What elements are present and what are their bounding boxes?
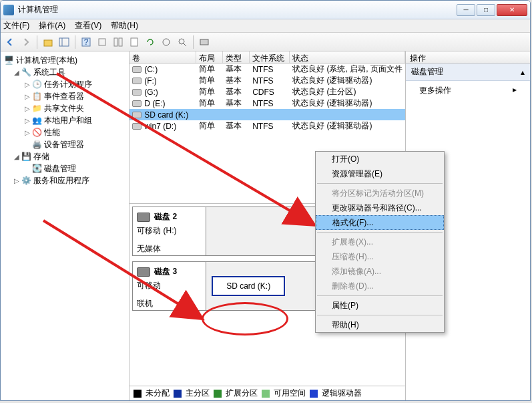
tree-eventvwr[interactable]: ▷📋事件查看器: [2, 90, 127, 102]
ctx-explorer[interactable]: 资源管理器(E): [316, 166, 444, 181]
ctx-change-letter[interactable]: 更改驱动器号和路径(C)...: [316, 200, 444, 215]
col-fs[interactable]: 文件系统: [250, 51, 290, 63]
window-title: 计算机管理: [18, 4, 457, 15]
col-type[interactable]: 类型: [223, 51, 250, 63]
close-button[interactable]: ✕: [497, 4, 527, 16]
svg-line-11: [184, 43, 186, 46]
menu-file[interactable]: 文件(F): [3, 20, 29, 31]
drive-icon: [132, 78, 142, 84]
tree-sharedf[interactable]: ▷📁共享文件夹: [2, 102, 127, 114]
forward-button[interactable]: [19, 35, 33, 49]
menu-view[interactable]: 查看(V): [75, 20, 101, 31]
tree-storage[interactable]: ◢💾存储: [2, 150, 127, 162]
tree-perf[interactable]: ▷🚫性能: [2, 126, 127, 138]
col-status[interactable]: 状态: [290, 51, 405, 63]
drive-icon: [132, 123, 142, 130]
tree-root[interactable]: 🖥️计算机管理(本地): [2, 54, 127, 66]
tree-localusr[interactable]: ▷👥本地用户和组: [2, 114, 127, 126]
svg-rect-0: [44, 40, 52, 46]
tree-tasksched[interactable]: ▷🕒任务计划程序: [2, 78, 127, 90]
toolbar: ?: [1, 33, 530, 51]
svg-rect-6: [114, 38, 117, 46]
back-button[interactable]: [3, 35, 17, 49]
volume-row[interactable]: D (E:)简单基本NTFS状态良好 (逻辑驱动器): [129, 98, 405, 109]
ctx-help[interactable]: 帮助(H): [316, 317, 444, 332]
drive-icon: [132, 89, 142, 96]
properties-icon[interactable]: [127, 35, 141, 49]
volume-row[interactable]: (F:)简单基本NTFS状态良好 (逻辑驱动器): [129, 75, 405, 86]
volume-row-selected[interactable]: SD card (K:): [129, 109, 405, 120]
collapse-icon: ▴: [521, 68, 525, 77]
svg-point-10: [179, 39, 184, 44]
disk-icon: [137, 213, 150, 222]
ctx-properties[interactable]: 属性(P): [316, 298, 444, 313]
maximize-button[interactable]: □: [477, 4, 495, 16]
svg-rect-1: [59, 38, 69, 46]
show-hide-icon[interactable]: [57, 35, 71, 49]
extra-icon[interactable]: [198, 35, 211, 49]
legend: 未分配 主分区 扩展分区 可用空间 逻辑驱动器: [129, 386, 405, 400]
svg-text:?: ?: [84, 37, 89, 47]
legend-free-icon: [262, 390, 270, 398]
legend-primary-icon: [174, 390, 182, 398]
volume-row[interactable]: (C:)简单基本NTFS状态良好 (系统, 启动, 页面文件: [129, 63, 405, 75]
ctx-format[interactable]: 格式化(F)...: [316, 215, 444, 230]
tool-icon-1[interactable]: [95, 35, 109, 49]
drive-icon: [132, 112, 142, 118]
actions-section[interactable]: 磁盘管理▴: [406, 63, 530, 81]
ctx-shrink: 压缩卷(H)...: [316, 249, 444, 264]
context-menu: 打开(O) 资源管理器(E) 将分区标记为活动分区(M) 更改驱动器号和路径(C…: [315, 151, 445, 333]
col-volume[interactable]: 卷: [129, 51, 196, 63]
tree-devmgr[interactable]: 🖨️设备管理器: [2, 138, 127, 150]
svg-rect-12: [200, 39, 208, 45]
menubar: 文件(F) 操作(A) 查看(V) 帮助(H): [1, 19, 530, 33]
svg-point-9: [163, 39, 170, 45]
nav-tree: 🖥️计算机管理(本地) ◢🔧系统工具 ▷🕒任务计划程序 ▷📋事件查看器 ▷📁共享…: [1, 51, 129, 400]
svg-rect-8: [131, 38, 138, 46]
tool-icon-2[interactable]: [111, 35, 125, 49]
tree-svcapp[interactable]: ▷⚙️服务和应用程序: [2, 174, 127, 186]
volume-list-header: 卷 布局 类型 文件系统 状态: [129, 51, 405, 63]
titlebar[interactable]: 计算机管理 ─ □ ✕: [1, 1, 530, 19]
minimize-button[interactable]: ─: [457, 4, 475, 16]
ctx-extend: 扩展卷(X)...: [316, 235, 444, 249]
col-layout[interactable]: 布局: [196, 51, 223, 63]
svg-rect-5: [99, 39, 105, 45]
menu-help[interactable]: 帮助(H): [111, 20, 138, 31]
ctx-mirror: 添加镜像(A)...: [316, 264, 444, 279]
up-icon[interactable]: [41, 35, 55, 49]
legend-unalloc-icon: [134, 390, 142, 398]
svg-rect-7: [119, 38, 122, 46]
ctx-delete: 删除卷(D)...: [316, 279, 444, 293]
actions-header: 操作: [406, 51, 530, 63]
tree-diskmgmt[interactable]: 💽磁盘管理: [2, 162, 127, 174]
help-icon[interactable]: ?: [79, 35, 93, 49]
ctx-mark-active: 将分区标记为活动分区(M): [316, 186, 444, 200]
ctx-open[interactable]: 打开(O): [316, 152, 444, 166]
main-window: 计算机管理 ─ □ ✕ 文件(F) 操作(A) 查看(V) 帮助(H) ? 🖥️…: [0, 0, 531, 401]
legend-logical-icon: [310, 390, 318, 398]
partition-sdcard[interactable]: SD card (K:): [212, 276, 285, 296]
volume-row[interactable]: win7 (D:)简单基本NTFS状态良好 (逻辑驱动器): [129, 120, 405, 132]
app-icon: [3, 5, 14, 15]
drive-icon: [132, 66, 142, 73]
refresh-icon[interactable]: [144, 35, 157, 49]
menu-action[interactable]: 操作(A): [39, 20, 65, 31]
legend-extended-icon: [214, 390, 222, 398]
tree-systools[interactable]: ◢🔧系统工具: [2, 66, 127, 78]
drive-icon: [132, 100, 142, 107]
settings-icon[interactable]: [160, 35, 173, 49]
actions-more[interactable]: 更多操作▸: [406, 81, 530, 100]
arrow-right-icon: ▸: [513, 85, 517, 96]
disk-icon: [137, 267, 150, 277]
volume-row[interactable]: (G:)简单基本CDFS状态良好 (主分区): [129, 86, 405, 98]
list-icon[interactable]: [176, 35, 189, 49]
